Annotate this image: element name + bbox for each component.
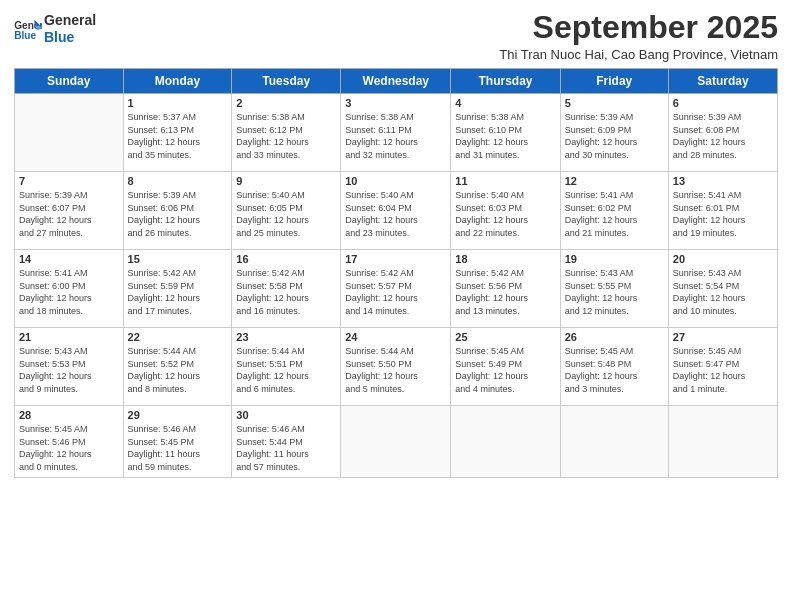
day-number: 18 [455,253,555,265]
day-number: 29 [128,409,228,421]
table-row: 9Sunrise: 5:40 AM Sunset: 6:05 PM Daylig… [232,172,341,250]
table-row: 24Sunrise: 5:44 AM Sunset: 5:50 PM Dayli… [341,328,451,406]
day-number: 10 [345,175,446,187]
table-row [341,406,451,477]
table-row: 23Sunrise: 5:44 AM Sunset: 5:51 PM Dayli… [232,328,341,406]
cell-details: Sunrise: 5:44 AM Sunset: 5:50 PM Dayligh… [345,345,446,395]
table-row: 22Sunrise: 5:44 AM Sunset: 5:52 PM Dayli… [123,328,232,406]
cell-details: Sunrise: 5:38 AM Sunset: 6:12 PM Dayligh… [236,111,336,161]
location-subtitle: Thi Tran Nuoc Hai, Cao Bang Province, Vi… [499,47,778,62]
cell-details: Sunrise: 5:45 AM Sunset: 5:48 PM Dayligh… [565,345,664,395]
col-tuesday: Tuesday [232,69,341,94]
day-number: 19 [565,253,664,265]
cell-details: Sunrise: 5:39 AM Sunset: 6:09 PM Dayligh… [565,111,664,161]
day-number: 17 [345,253,446,265]
table-row: 25Sunrise: 5:45 AM Sunset: 5:49 PM Dayli… [451,328,560,406]
col-saturday: Saturday [668,69,777,94]
cell-details: Sunrise: 5:37 AM Sunset: 6:13 PM Dayligh… [128,111,228,161]
table-row: 1Sunrise: 5:37 AM Sunset: 6:13 PM Daylig… [123,94,232,172]
month-title: September 2025 [499,10,778,45]
cell-details: Sunrise: 5:43 AM Sunset: 5:55 PM Dayligh… [565,267,664,317]
day-number: 24 [345,331,446,343]
table-row: 15Sunrise: 5:42 AM Sunset: 5:59 PM Dayli… [123,250,232,328]
cell-details: Sunrise: 5:39 AM Sunset: 6:08 PM Dayligh… [673,111,773,161]
cell-details: Sunrise: 5:40 AM Sunset: 6:03 PM Dayligh… [455,189,555,239]
day-number: 13 [673,175,773,187]
cell-details: Sunrise: 5:42 AM Sunset: 5:57 PM Dayligh… [345,267,446,317]
day-number: 26 [565,331,664,343]
col-thursday: Thursday [451,69,560,94]
cell-details: Sunrise: 5:44 AM Sunset: 5:52 PM Dayligh… [128,345,228,395]
table-row: 26Sunrise: 5:45 AM Sunset: 5:48 PM Dayli… [560,328,668,406]
table-row: 30Sunrise: 5:46 AM Sunset: 5:44 PM Dayli… [232,406,341,477]
day-number: 16 [236,253,336,265]
cell-details: Sunrise: 5:40 AM Sunset: 6:05 PM Dayligh… [236,189,336,239]
table-row: 4Sunrise: 5:38 AM Sunset: 6:10 PM Daylig… [451,94,560,172]
table-row: 27Sunrise: 5:45 AM Sunset: 5:47 PM Dayli… [668,328,777,406]
table-row: 12Sunrise: 5:41 AM Sunset: 6:02 PM Dayli… [560,172,668,250]
cell-details: Sunrise: 5:46 AM Sunset: 5:45 PM Dayligh… [128,423,228,473]
day-number: 21 [19,331,119,343]
col-monday: Monday [123,69,232,94]
table-row: 28Sunrise: 5:45 AM Sunset: 5:46 PM Dayli… [15,406,124,477]
table-row [451,406,560,477]
cell-details: Sunrise: 5:43 AM Sunset: 5:54 PM Dayligh… [673,267,773,317]
day-number: 7 [19,175,119,187]
day-number: 25 [455,331,555,343]
col-wednesday: Wednesday [341,69,451,94]
table-row: 6Sunrise: 5:39 AM Sunset: 6:08 PM Daylig… [668,94,777,172]
day-number: 8 [128,175,228,187]
day-number: 11 [455,175,555,187]
logo: General Blue General Blue [14,12,96,46]
cell-details: Sunrise: 5:42 AM Sunset: 5:59 PM Dayligh… [128,267,228,317]
cell-details: Sunrise: 5:43 AM Sunset: 5:53 PM Dayligh… [19,345,119,395]
col-sunday: Sunday [15,69,124,94]
cell-details: Sunrise: 5:39 AM Sunset: 6:07 PM Dayligh… [19,189,119,239]
table-row: 13Sunrise: 5:41 AM Sunset: 6:01 PM Dayli… [668,172,777,250]
table-row [560,406,668,477]
cell-details: Sunrise: 5:42 AM Sunset: 5:56 PM Dayligh… [455,267,555,317]
day-number: 4 [455,97,555,109]
table-row: 8Sunrise: 5:39 AM Sunset: 6:06 PM Daylig… [123,172,232,250]
day-number: 22 [128,331,228,343]
cell-details: Sunrise: 5:38 AM Sunset: 6:11 PM Dayligh… [345,111,446,161]
table-row: 5Sunrise: 5:39 AM Sunset: 6:09 PM Daylig… [560,94,668,172]
table-row: 29Sunrise: 5:46 AM Sunset: 5:45 PM Dayli… [123,406,232,477]
day-number: 27 [673,331,773,343]
calendar-header-row: Sunday Monday Tuesday Wednesday Thursday… [15,69,778,94]
day-number: 1 [128,97,228,109]
table-row [668,406,777,477]
day-number: 20 [673,253,773,265]
table-row: 11Sunrise: 5:40 AM Sunset: 6:03 PM Dayli… [451,172,560,250]
table-row: 3Sunrise: 5:38 AM Sunset: 6:11 PM Daylig… [341,94,451,172]
cell-details: Sunrise: 5:40 AM Sunset: 6:04 PM Dayligh… [345,189,446,239]
header: General Blue General Blue September 2025… [14,10,778,62]
cell-details: Sunrise: 5:39 AM Sunset: 6:06 PM Dayligh… [128,189,228,239]
day-number: 5 [565,97,664,109]
day-number: 3 [345,97,446,109]
table-row: 20Sunrise: 5:43 AM Sunset: 5:54 PM Dayli… [668,250,777,328]
cell-details: Sunrise: 5:41 AM Sunset: 6:01 PM Dayligh… [673,189,773,239]
day-number: 30 [236,409,336,421]
day-number: 14 [19,253,119,265]
cell-details: Sunrise: 5:44 AM Sunset: 5:51 PM Dayligh… [236,345,336,395]
title-block: September 2025 Thi Tran Nuoc Hai, Cao Ba… [499,10,778,62]
day-number: 15 [128,253,228,265]
table-row: 14Sunrise: 5:41 AM Sunset: 6:00 PM Dayli… [15,250,124,328]
table-row: 2Sunrise: 5:38 AM Sunset: 6:12 PM Daylig… [232,94,341,172]
day-number: 9 [236,175,336,187]
day-number: 28 [19,409,119,421]
day-number: 2 [236,97,336,109]
page-container: General Blue General Blue September 2025… [0,0,792,486]
table-row [15,94,124,172]
table-row: 10Sunrise: 5:40 AM Sunset: 6:04 PM Dayli… [341,172,451,250]
day-number: 12 [565,175,664,187]
table-row: 21Sunrise: 5:43 AM Sunset: 5:53 PM Dayli… [15,328,124,406]
day-number: 23 [236,331,336,343]
cell-details: Sunrise: 5:45 AM Sunset: 5:49 PM Dayligh… [455,345,555,395]
svg-text:Blue: Blue [14,30,36,40]
cell-details: Sunrise: 5:41 AM Sunset: 6:00 PM Dayligh… [19,267,119,317]
logo-blue: Blue [44,29,96,46]
table-row: 16Sunrise: 5:42 AM Sunset: 5:58 PM Dayli… [232,250,341,328]
cell-details: Sunrise: 5:45 AM Sunset: 5:46 PM Dayligh… [19,423,119,473]
